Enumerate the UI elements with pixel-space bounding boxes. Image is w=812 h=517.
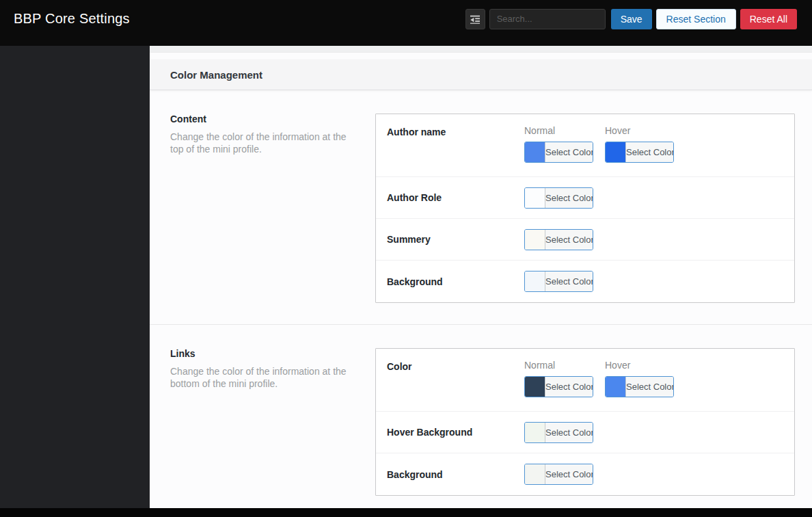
color-controls: Select Color — [524, 422, 593, 443]
setting-label: Summery — [387, 234, 524, 245]
state-label: Hover — [605, 125, 674, 136]
sidebar — [0, 46, 150, 508]
settings-row: Author nameNormalSelect ColorHoverSelect… — [376, 114, 794, 177]
setting-label: Background — [387, 469, 524, 480]
color-picker-group: HoverSelect Color — [605, 125, 674, 163]
select-color-label: Select Color — [545, 230, 593, 250]
select-color-label: Select Color — [545, 271, 593, 291]
content-top-gap — [150, 53, 812, 59]
color-swatch — [525, 142, 545, 162]
search-input[interactable] — [489, 9, 606, 29]
color-picker-group: Select Color — [524, 422, 593, 443]
settings-sections: ContentChange the color of the informati… — [150, 90, 812, 508]
color-controls: Select Color — [524, 187, 593, 209]
page-title: BBP Core Settings — [14, 11, 130, 27]
setting-label: Author name — [387, 125, 524, 137]
select-color-button[interactable]: Select Color — [524, 422, 593, 443]
settings-row: SummerySelect Color — [376, 219, 794, 261]
color-swatch — [606, 142, 626, 162]
settings-section-content: ContentChange the color of the informati… — [150, 90, 812, 324]
color-swatch — [525, 377, 545, 397]
setting-label: Color — [387, 360, 524, 372]
color-picker-group: Select Color — [524, 271, 593, 292]
select-color-button[interactable]: Select Color — [524, 229, 593, 250]
color-controls: Select Color — [524, 229, 593, 250]
settings-panel: Author nameNormalSelect ColorHoverSelect… — [375, 114, 795, 303]
color-picker-group: NormalSelect Color — [524, 125, 593, 163]
settings-section-links: LinksChange the color of the information… — [150, 324, 812, 508]
color-swatch — [525, 464, 545, 484]
color-picker-group: Select Color — [524, 464, 593, 485]
color-picker-group: HoverSelect Color — [605, 360, 674, 397]
sidebar-toggle-button[interactable] — [465, 9, 485, 29]
select-color-button[interactable]: Select Color — [605, 376, 674, 397]
color-controls: NormalSelect ColorHoverSelect Color — [524, 125, 674, 163]
select-color-label: Select Color — [545, 464, 593, 484]
outdent-icon — [470, 14, 481, 25]
select-color-button[interactable]: Select Color — [524, 187, 593, 209]
state-label: Normal — [524, 125, 593, 136]
color-controls: Select Color — [524, 464, 593, 485]
content-top-strip — [150, 46, 812, 53]
section-description: Change the color of the information at t… — [170, 131, 360, 156]
section-header: Color Management — [150, 59, 812, 90]
color-swatch — [606, 377, 626, 397]
settings-row: ColorNormalSelect ColorHoverSelect Color — [376, 349, 794, 412]
header-toolbar: Save Reset Section Reset All — [465, 9, 797, 29]
section-info: LinksChange the color of the information… — [170, 348, 375, 496]
settings-row: BackgroundSelect Color — [376, 261, 794, 302]
select-color-label: Select Color — [545, 188, 593, 208]
color-picker-group: NormalSelect Color — [524, 360, 593, 397]
select-color-button[interactable]: Select Color — [524, 464, 593, 485]
color-swatch — [525, 423, 545, 442]
bottom-bar — [0, 508, 812, 517]
setting-label: Background — [387, 276, 524, 287]
select-color-label: Select Color — [545, 423, 593, 442]
reset-section-button[interactable]: Reset Section — [656, 9, 736, 29]
setting-label: Author Role — [387, 192, 524, 203]
settings-row: BackgroundSelect Color — [376, 453, 794, 495]
section-title: Content — [170, 114, 363, 124]
section-description: Change the color of the information at t… — [170, 365, 360, 390]
color-picker-group: Select Color — [524, 229, 593, 250]
section-info: ContentChange the color of the informati… — [170, 114, 375, 303]
color-controls: Select Color — [524, 271, 593, 292]
main-content: Color Management ContentChange the color… — [150, 46, 812, 508]
select-color-button[interactable]: Select Color — [524, 376, 593, 397]
color-picker-group: Select Color — [524, 187, 593, 209]
save-button[interactable]: Save — [611, 9, 652, 29]
state-label: Hover — [605, 360, 674, 371]
select-color-label: Select Color — [545, 142, 593, 162]
select-color-label: Select Color — [626, 142, 674, 162]
color-controls: NormalSelect ColorHoverSelect Color — [524, 360, 674, 397]
section-title: Links — [170, 348, 363, 359]
color-swatch — [525, 271, 545, 291]
settings-panel: ColorNormalSelect ColorHoverSelect Color… — [375, 348, 795, 496]
select-color-button[interactable]: Select Color — [524, 271, 593, 292]
select-color-button[interactable]: Select Color — [605, 142, 674, 163]
section-header-title: Color Management — [170, 69, 262, 81]
top-header: BBP Core Settings Save Reset Section Res… — [0, 0, 812, 46]
select-color-label: Select Color — [626, 377, 674, 397]
color-swatch — [525, 230, 545, 250]
settings-row: Hover BackgroundSelect Color — [376, 412, 794, 453]
settings-row: Author RoleSelect Color — [376, 177, 794, 219]
reset-all-button[interactable]: Reset All — [740, 9, 797, 29]
select-color-label: Select Color — [545, 377, 593, 397]
color-swatch — [525, 188, 545, 208]
state-label: Normal — [524, 360, 593, 371]
setting-label: Hover Background — [387, 427, 524, 438]
select-color-button[interactable]: Select Color — [524, 142, 593, 163]
